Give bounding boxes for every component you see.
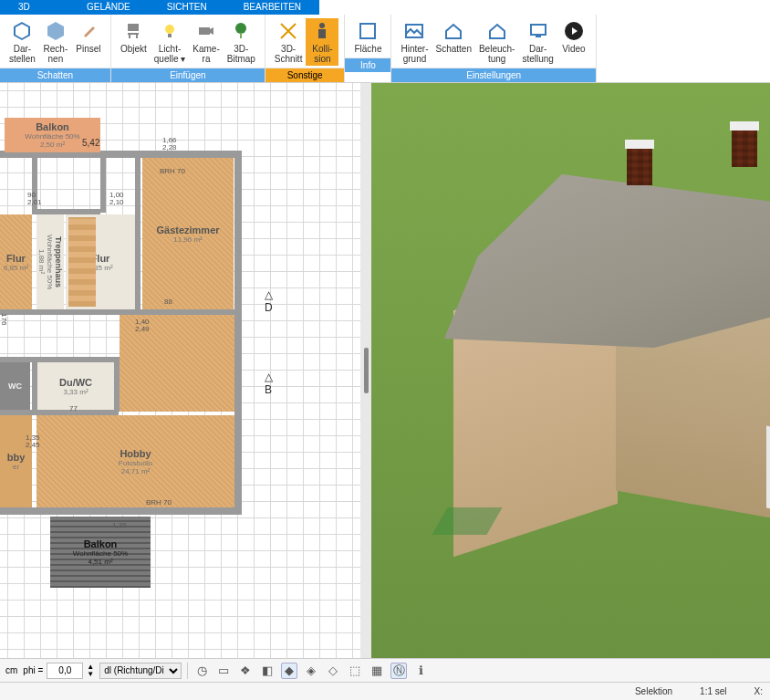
beleuchtung-button[interactable]: Beleuch- tung — [475, 18, 518, 66]
bulb-icon — [159, 20, 181, 42]
dimension-label: 1,35 — [112, 521, 127, 529]
group-info: Fläche Info — [345, 15, 391, 82]
cube-small-icon[interactable]: ◧ — [259, 663, 276, 679]
dimension-label: 2,45 — [26, 441, 40, 449]
tab-bearbeiten[interactable]: BEARBEITEN — [225, 0, 319, 15]
volume-icon[interactable]: ⬚ — [347, 663, 363, 679]
grid-icon[interactable]: ▦ — [369, 663, 385, 679]
screen-icon — [527, 20, 549, 42]
lichtquelle-button[interactable]: Licht- quelle ▾ — [151, 18, 189, 66]
monitor-icon[interactable]: ▭ — [215, 663, 232, 679]
layer3-icon[interactable]: ◇ — [325, 663, 341, 679]
status-ratio: 1:1 sel — [700, 686, 726, 696]
dimension-label: 77 — [69, 404, 78, 413]
darstellen-button[interactable]: Dar- stellen — [5, 18, 39, 66]
svg-rect-4 — [240, 33, 242, 38]
group-einstellungen: Hinter- grund Schatten Beleuch- tung Dar… — [391, 15, 596, 82]
svg-rect-6 — [360, 24, 375, 38]
svg-point-0 — [165, 25, 174, 34]
status-selection: Selektion — [635, 686, 672, 696]
svg-point-3 — [235, 23, 246, 34]
flaeche-button[interactable]: Fläche — [350, 18, 385, 56]
house-icon — [486, 20, 508, 42]
svg-rect-1 — [168, 34, 172, 37]
rechnen-button[interactable]: Rech- nen — [39, 18, 72, 66]
cube-icon — [11, 20, 33, 42]
ribbon: Dar- stellen Rech- nen Pinsel Schatten O… — [0, 15, 770, 83]
layers-icon[interactable]: ❖ — [237, 663, 254, 679]
room-duwc: Du/WC 3,33 m² — [37, 362, 114, 410]
pane-splitter[interactable] — [360, 83, 371, 658]
room-treppenhaus: Treppenhaus Wohnfläche 50% 1,88 m² — [36, 214, 64, 309]
3d-bitmap-button[interactable]: 3D- Bitmap — [224, 18, 259, 66]
status-x: X: — [754, 686, 763, 696]
dimension-label: 88 — [164, 298, 172, 306]
3d-schnitt-button[interactable]: 3D- Schnitt — [271, 18, 307, 66]
dimension-label: BRH 70 — [160, 167, 185, 175]
svg-rect-2 — [199, 27, 210, 35]
window-icon — [766, 426, 770, 515]
tab-3d[interactable]: 3D — [0, 0, 68, 15]
direction-select[interactable]: dl (Richtung/Di — [99, 663, 182, 679]
camera-icon — [195, 20, 217, 42]
section-marker-b: △B — [265, 371, 273, 396]
phi-label: phi = — [23, 665, 43, 675]
cut-icon — [277, 20, 299, 42]
chimney-icon — [732, 129, 757, 167]
floorplan-pane[interactable]: Balkon Wohnfläche 50% 2,50 m² Gästezimme… — [0, 83, 360, 658]
room-hobby: Hobby Fotostudio 24,71 m² — [36, 415, 234, 507]
layer2-icon[interactable]: ◈ — [303, 663, 319, 679]
chimney-icon — [627, 147, 652, 185]
main-tabs: 3D GELÄNDE SICHTEN BEARBEITEN — [0, 0, 770, 15]
chair-icon — [122, 20, 144, 42]
stepper-icon[interactable]: ▲▼ — [87, 663, 94, 678]
schatten-button[interactable]: Schatten — [432, 18, 474, 66]
svg-rect-8 — [531, 25, 546, 35]
svg-point-5 — [319, 23, 325, 28]
clock-icon[interactable]: ◷ — [193, 663, 210, 679]
kollision-button[interactable]: Kolli- sion — [306, 18, 338, 66]
phi-input[interactable] — [47, 663, 83, 679]
north-icon[interactable]: Ⓝ — [390, 663, 407, 679]
section-marker-d: △D — [265, 288, 273, 314]
group-label: Einfügen — [111, 68, 265, 82]
room-balkon-bot: Balkon Wohnfläche 50% 4,51 m² — [50, 517, 151, 588]
area-icon — [357, 20, 379, 42]
stairs-icon — [68, 217, 96, 307]
group-label: Sonstige — [265, 68, 345, 82]
angle-marker: 5,42 — [82, 138, 99, 148]
group-label: Info — [345, 57, 390, 72]
snap-icon[interactable]: ◆ — [281, 663, 297, 679]
pinsel-button[interactable]: Pinsel — [72, 18, 105, 66]
dimension-label: 2,49 — [135, 325, 150, 333]
dimension-label: 176 — [0, 313, 8, 325]
brush-icon — [78, 20, 99, 42]
info-icon[interactable]: ℹ — [412, 663, 429, 679]
svg-rect-9 — [536, 36, 541, 37]
room-bby: bby er — [0, 415, 32, 507]
room-gaestezimmer: Gästezimmer 11,96 m² — [142, 158, 234, 309]
room-wc: WC — [0, 362, 30, 410]
3d-view-pane[interactable] — [371, 83, 770, 658]
house-3d — [390, 101, 770, 640]
darstellung-button[interactable]: Dar- stellung — [518, 18, 557, 66]
floor-plan: Balkon Wohnfläche 50% 2,50 m² Gästezimme… — [0, 101, 246, 631]
roof — [444, 165, 770, 348]
house-icon — [442, 20, 464, 42]
image-icon — [403, 20, 425, 42]
unit-label: cm — [5, 665, 17, 675]
hintergrund-button[interactable]: Hinter- grund — [397, 18, 432, 66]
tab-sichten[interactable]: SICHTEN — [149, 0, 225, 15]
room-flur2: Flur 6,35 m² — [66, 214, 135, 309]
video-button[interactable]: Video — [557, 18, 590, 66]
group-label: Schatten — [0, 68, 110, 82]
cube-icon — [45, 20, 67, 42]
group-schatten: Dar- stellen Rech- nen Pinsel Schatten — [0, 15, 111, 82]
objekt-button[interactable]: Objekt — [117, 18, 151, 66]
group-einfuegen: Objekt Licht- quelle ▾ Kame- ra 3D- Bitm… — [111, 15, 265, 82]
kamera-button[interactable]: Kame- ra — [189, 18, 223, 66]
content-area: Balkon Wohnfläche 50% 2,50 m² Gästezimme… — [0, 83, 770, 658]
tab-gelaende[interactable]: GELÄNDE — [68, 0, 149, 15]
dimension-label: 2,28 — [162, 143, 177, 151]
play-icon — [563, 20, 585, 42]
